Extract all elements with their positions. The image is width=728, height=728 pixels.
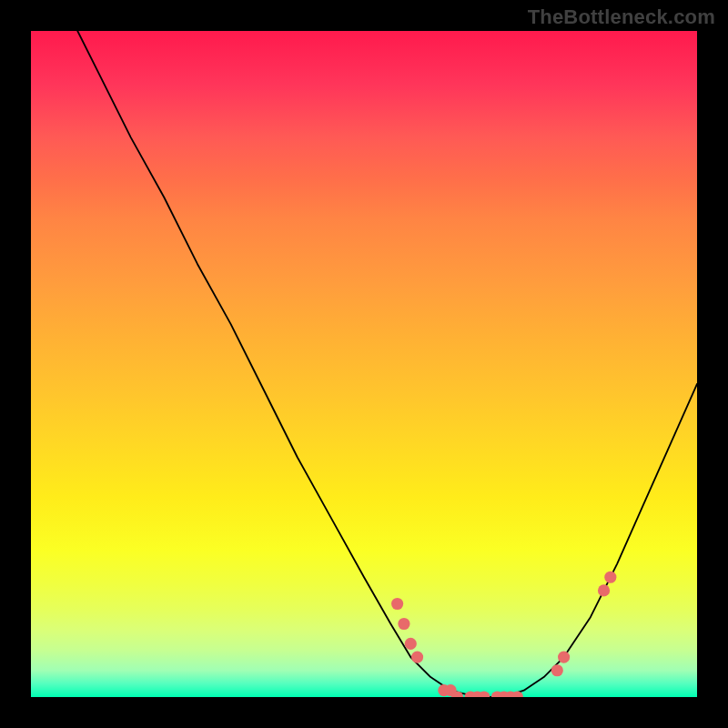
- data-point: [551, 664, 563, 676]
- data-point: [598, 584, 610, 596]
- data-point: [391, 598, 403, 610]
- watermark-text: TheBottleneck.com: [528, 5, 715, 29]
- data-point: [604, 571, 616, 583]
- data-point: [558, 651, 570, 662]
- data-points: [391, 571, 616, 697]
- data-point: [411, 651, 423, 662]
- bottleneck-curve: [77, 31, 697, 697]
- data-point: [398, 618, 410, 630]
- data-point: [405, 638, 417, 650]
- plot-area: [31, 31, 697, 697]
- curve-overlay: [31, 31, 697, 697]
- chart-container: TheBottleneck.com: [0, 0, 728, 728]
